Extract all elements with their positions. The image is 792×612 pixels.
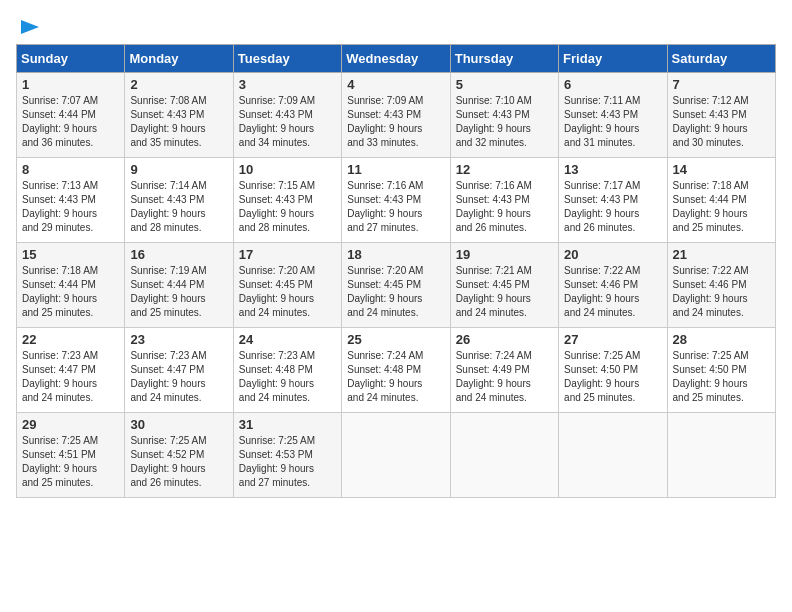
calendar-day-cell: 27Sunrise: 7:25 AMSunset: 4:50 PMDayligh… bbox=[559, 328, 667, 413]
day-number: 5 bbox=[456, 77, 554, 92]
day-number: 7 bbox=[673, 77, 771, 92]
calendar-day-cell: 19Sunrise: 7:21 AMSunset: 4:45 PMDayligh… bbox=[450, 243, 558, 328]
day-number: 3 bbox=[239, 77, 337, 92]
day-details: Sunrise: 7:07 AMSunset: 4:44 PMDaylight:… bbox=[22, 94, 120, 150]
calendar-day-cell: 6Sunrise: 7:11 AMSunset: 4:43 PMDaylight… bbox=[559, 73, 667, 158]
calendar-day-cell: 1Sunrise: 7:07 AMSunset: 4:44 PMDaylight… bbox=[17, 73, 125, 158]
day-details: Sunrise: 7:20 AMSunset: 4:45 PMDaylight:… bbox=[347, 264, 445, 320]
calendar-week-row: 22Sunrise: 7:23 AMSunset: 4:47 PMDayligh… bbox=[17, 328, 776, 413]
calendar-day-cell: 17Sunrise: 7:20 AMSunset: 4:45 PMDayligh… bbox=[233, 243, 341, 328]
day-number: 18 bbox=[347, 247, 445, 262]
calendar-day-cell: 29Sunrise: 7:25 AMSunset: 4:51 PMDayligh… bbox=[17, 413, 125, 498]
weekday-header-thursday: Thursday bbox=[450, 45, 558, 73]
weekday-header-friday: Friday bbox=[559, 45, 667, 73]
calendar-day-cell: 30Sunrise: 7:25 AMSunset: 4:52 PMDayligh… bbox=[125, 413, 233, 498]
calendar-table: SundayMondayTuesdayWednesdayThursdayFrid… bbox=[16, 44, 776, 498]
day-details: Sunrise: 7:16 AMSunset: 4:43 PMDaylight:… bbox=[347, 179, 445, 235]
calendar-day-cell: 10Sunrise: 7:15 AMSunset: 4:43 PMDayligh… bbox=[233, 158, 341, 243]
header bbox=[16, 16, 776, 38]
calendar-day-cell: 18Sunrise: 7:20 AMSunset: 4:45 PMDayligh… bbox=[342, 243, 450, 328]
weekday-header-wednesday: Wednesday bbox=[342, 45, 450, 73]
calendar-day-cell: 8Sunrise: 7:13 AMSunset: 4:43 PMDaylight… bbox=[17, 158, 125, 243]
day-details: Sunrise: 7:20 AMSunset: 4:45 PMDaylight:… bbox=[239, 264, 337, 320]
day-details: Sunrise: 7:17 AMSunset: 4:43 PMDaylight:… bbox=[564, 179, 662, 235]
day-details: Sunrise: 7:19 AMSunset: 4:44 PMDaylight:… bbox=[130, 264, 228, 320]
day-details: Sunrise: 7:25 AMSunset: 4:50 PMDaylight:… bbox=[564, 349, 662, 405]
logo bbox=[16, 16, 41, 38]
weekday-header-saturday: Saturday bbox=[667, 45, 775, 73]
day-number: 19 bbox=[456, 247, 554, 262]
calendar-day-cell: 2Sunrise: 7:08 AMSunset: 4:43 PMDaylight… bbox=[125, 73, 233, 158]
calendar-empty-cell bbox=[559, 413, 667, 498]
calendar-day-cell: 4Sunrise: 7:09 AMSunset: 4:43 PMDaylight… bbox=[342, 73, 450, 158]
day-details: Sunrise: 7:25 AMSunset: 4:50 PMDaylight:… bbox=[673, 349, 771, 405]
day-details: Sunrise: 7:15 AMSunset: 4:43 PMDaylight:… bbox=[239, 179, 337, 235]
calendar-day-cell: 24Sunrise: 7:23 AMSunset: 4:48 PMDayligh… bbox=[233, 328, 341, 413]
day-details: Sunrise: 7:12 AMSunset: 4:43 PMDaylight:… bbox=[673, 94, 771, 150]
day-number: 22 bbox=[22, 332, 120, 347]
calendar-day-cell: 15Sunrise: 7:18 AMSunset: 4:44 PMDayligh… bbox=[17, 243, 125, 328]
weekday-header-sunday: Sunday bbox=[17, 45, 125, 73]
day-details: Sunrise: 7:11 AMSunset: 4:43 PMDaylight:… bbox=[564, 94, 662, 150]
day-details: Sunrise: 7:21 AMSunset: 4:45 PMDaylight:… bbox=[456, 264, 554, 320]
day-details: Sunrise: 7:10 AMSunset: 4:43 PMDaylight:… bbox=[456, 94, 554, 150]
day-number: 13 bbox=[564, 162, 662, 177]
calendar-day-cell: 9Sunrise: 7:14 AMSunset: 4:43 PMDaylight… bbox=[125, 158, 233, 243]
day-details: Sunrise: 7:13 AMSunset: 4:43 PMDaylight:… bbox=[22, 179, 120, 235]
day-number: 30 bbox=[130, 417, 228, 432]
calendar-day-cell: 12Sunrise: 7:16 AMSunset: 4:43 PMDayligh… bbox=[450, 158, 558, 243]
day-details: Sunrise: 7:22 AMSunset: 4:46 PMDaylight:… bbox=[673, 264, 771, 320]
calendar-day-cell: 13Sunrise: 7:17 AMSunset: 4:43 PMDayligh… bbox=[559, 158, 667, 243]
calendar-week-row: 15Sunrise: 7:18 AMSunset: 4:44 PMDayligh… bbox=[17, 243, 776, 328]
weekday-header-monday: Monday bbox=[125, 45, 233, 73]
calendar-empty-cell bbox=[342, 413, 450, 498]
calendar-day-cell: 16Sunrise: 7:19 AMSunset: 4:44 PMDayligh… bbox=[125, 243, 233, 328]
day-details: Sunrise: 7:14 AMSunset: 4:43 PMDaylight:… bbox=[130, 179, 228, 235]
day-number: 31 bbox=[239, 417, 337, 432]
day-number: 15 bbox=[22, 247, 120, 262]
weekday-header-tuesday: Tuesday bbox=[233, 45, 341, 73]
calendar-day-cell: 20Sunrise: 7:22 AMSunset: 4:46 PMDayligh… bbox=[559, 243, 667, 328]
day-details: Sunrise: 7:25 AMSunset: 4:51 PMDaylight:… bbox=[22, 434, 120, 490]
day-number: 9 bbox=[130, 162, 228, 177]
day-details: Sunrise: 7:18 AMSunset: 4:44 PMDaylight:… bbox=[673, 179, 771, 235]
calendar-day-cell: 22Sunrise: 7:23 AMSunset: 4:47 PMDayligh… bbox=[17, 328, 125, 413]
logo-arrow-icon bbox=[19, 16, 41, 38]
day-number: 28 bbox=[673, 332, 771, 347]
day-number: 4 bbox=[347, 77, 445, 92]
day-number: 6 bbox=[564, 77, 662, 92]
day-details: Sunrise: 7:09 AMSunset: 4:43 PMDaylight:… bbox=[347, 94, 445, 150]
day-details: Sunrise: 7:16 AMSunset: 4:43 PMDaylight:… bbox=[456, 179, 554, 235]
day-number: 1 bbox=[22, 77, 120, 92]
day-details: Sunrise: 7:23 AMSunset: 4:48 PMDaylight:… bbox=[239, 349, 337, 405]
calendar-day-cell: 3Sunrise: 7:09 AMSunset: 4:43 PMDaylight… bbox=[233, 73, 341, 158]
calendar-day-cell: 28Sunrise: 7:25 AMSunset: 4:50 PMDayligh… bbox=[667, 328, 775, 413]
weekday-header-row: SundayMondayTuesdayWednesdayThursdayFrid… bbox=[17, 45, 776, 73]
calendar-empty-cell bbox=[450, 413, 558, 498]
calendar-day-cell: 7Sunrise: 7:12 AMSunset: 4:43 PMDaylight… bbox=[667, 73, 775, 158]
day-details: Sunrise: 7:25 AMSunset: 4:52 PMDaylight:… bbox=[130, 434, 228, 490]
day-details: Sunrise: 7:24 AMSunset: 4:49 PMDaylight:… bbox=[456, 349, 554, 405]
calendar-day-cell: 25Sunrise: 7:24 AMSunset: 4:48 PMDayligh… bbox=[342, 328, 450, 413]
day-number: 21 bbox=[673, 247, 771, 262]
day-number: 20 bbox=[564, 247, 662, 262]
day-number: 23 bbox=[130, 332, 228, 347]
calendar-day-cell: 14Sunrise: 7:18 AMSunset: 4:44 PMDayligh… bbox=[667, 158, 775, 243]
day-details: Sunrise: 7:22 AMSunset: 4:46 PMDaylight:… bbox=[564, 264, 662, 320]
day-details: Sunrise: 7:23 AMSunset: 4:47 PMDaylight:… bbox=[130, 349, 228, 405]
calendar-week-row: 1Sunrise: 7:07 AMSunset: 4:44 PMDaylight… bbox=[17, 73, 776, 158]
day-details: Sunrise: 7:23 AMSunset: 4:47 PMDaylight:… bbox=[22, 349, 120, 405]
calendar-day-cell: 26Sunrise: 7:24 AMSunset: 4:49 PMDayligh… bbox=[450, 328, 558, 413]
calendar-empty-cell bbox=[667, 413, 775, 498]
day-number: 27 bbox=[564, 332, 662, 347]
day-number: 26 bbox=[456, 332, 554, 347]
day-number: 25 bbox=[347, 332, 445, 347]
calendar-day-cell: 31Sunrise: 7:25 AMSunset: 4:53 PMDayligh… bbox=[233, 413, 341, 498]
day-number: 8 bbox=[22, 162, 120, 177]
day-details: Sunrise: 7:09 AMSunset: 4:43 PMDaylight:… bbox=[239, 94, 337, 150]
day-details: Sunrise: 7:24 AMSunset: 4:48 PMDaylight:… bbox=[347, 349, 445, 405]
calendar-week-row: 8Sunrise: 7:13 AMSunset: 4:43 PMDaylight… bbox=[17, 158, 776, 243]
day-number: 10 bbox=[239, 162, 337, 177]
day-details: Sunrise: 7:08 AMSunset: 4:43 PMDaylight:… bbox=[130, 94, 228, 150]
day-details: Sunrise: 7:25 AMSunset: 4:53 PMDaylight:… bbox=[239, 434, 337, 490]
